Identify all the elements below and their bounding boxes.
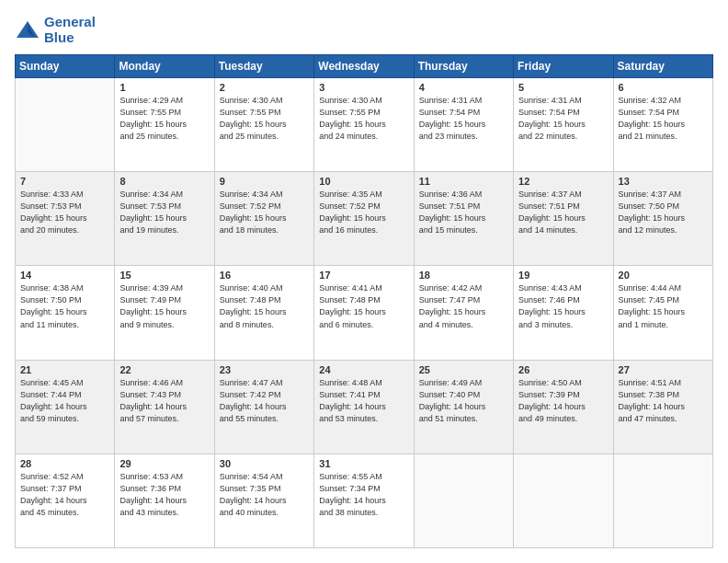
day-number: 4 bbox=[419, 82, 508, 93]
day-info: Sunrise: 4:54 AMSunset: 7:35 PMDaylight:… bbox=[220, 471, 309, 519]
header-cell-friday: Friday bbox=[514, 55, 613, 78]
day-cell: 8Sunrise: 4:34 AMSunset: 7:53 PMDaylight… bbox=[115, 172, 214, 266]
day-info: Sunrise: 4:31 AMSunset: 7:54 PMDaylight:… bbox=[419, 95, 508, 143]
day-number: 25 bbox=[419, 364, 508, 375]
day-info: Sunrise: 4:52 AMSunset: 7:37 PMDaylight:… bbox=[20, 471, 109, 519]
day-cell: 20Sunrise: 4:44 AMSunset: 7:45 PMDayligh… bbox=[613, 266, 712, 360]
day-cell: 27Sunrise: 4:51 AMSunset: 7:38 PMDayligh… bbox=[613, 360, 712, 454]
day-info: Sunrise: 4:33 AMSunset: 7:53 PMDaylight:… bbox=[20, 189, 109, 236]
day-cell: 7Sunrise: 4:33 AMSunset: 7:53 PMDaylight… bbox=[16, 172, 115, 266]
day-number: 30 bbox=[220, 458, 309, 469]
day-cell bbox=[613, 454, 712, 547]
day-cell: 23Sunrise: 4:47 AMSunset: 7:42 PMDayligh… bbox=[214, 360, 313, 454]
day-cell: 5Sunrise: 4:31 AMSunset: 7:54 PMDaylight… bbox=[514, 78, 613, 172]
day-number: 24 bbox=[319, 364, 408, 375]
week-row-5: 28Sunrise: 4:52 AMSunset: 7:37 PMDayligh… bbox=[16, 454, 713, 547]
day-number: 20 bbox=[619, 270, 708, 281]
day-cell: 29Sunrise: 4:53 AMSunset: 7:36 PMDayligh… bbox=[115, 454, 214, 547]
day-number: 27 bbox=[619, 364, 708, 375]
day-number: 16 bbox=[220, 270, 309, 281]
day-cell: 14Sunrise: 4:38 AMSunset: 7:50 PMDayligh… bbox=[16, 266, 115, 360]
day-info: Sunrise: 4:30 AMSunset: 7:55 PMDaylight:… bbox=[319, 95, 408, 143]
day-info: Sunrise: 4:41 AMSunset: 7:48 PMDaylight:… bbox=[319, 282, 408, 330]
day-info: Sunrise: 4:45 AMSunset: 7:44 PMDaylight:… bbox=[20, 377, 109, 425]
day-info: Sunrise: 4:30 AMSunset: 7:55 PMDaylight:… bbox=[220, 95, 309, 143]
header: General Blue bbox=[15, 15, 713, 45]
day-number: 1 bbox=[119, 82, 209, 93]
day-info: Sunrise: 4:37 AMSunset: 7:51 PMDaylight:… bbox=[518, 189, 608, 236]
day-cell: 19Sunrise: 4:43 AMSunset: 7:46 PMDayligh… bbox=[514, 266, 613, 360]
day-cell: 1Sunrise: 4:29 AMSunset: 7:55 PMDaylight… bbox=[115, 78, 214, 172]
day-info: Sunrise: 4:49 AMSunset: 7:40 PMDaylight:… bbox=[419, 377, 508, 425]
day-cell: 10Sunrise: 4:35 AMSunset: 7:52 PMDayligh… bbox=[314, 172, 414, 266]
day-number: 22 bbox=[119, 364, 209, 375]
logo-icon bbox=[15, 19, 40, 41]
day-cell: 4Sunrise: 4:31 AMSunset: 7:54 PMDaylight… bbox=[414, 78, 513, 172]
week-row-4: 21Sunrise: 4:45 AMSunset: 7:44 PMDayligh… bbox=[16, 360, 713, 454]
logo: General Blue bbox=[15, 15, 96, 45]
week-row-2: 7Sunrise: 4:33 AMSunset: 7:53 PMDaylight… bbox=[16, 172, 713, 266]
day-info: Sunrise: 4:47 AMSunset: 7:42 PMDaylight:… bbox=[220, 377, 309, 425]
day-info: Sunrise: 4:34 AMSunset: 7:53 PMDaylight:… bbox=[119, 189, 209, 236]
header-cell-monday: Monday bbox=[115, 55, 214, 78]
day-number: 8 bbox=[119, 176, 209, 187]
day-number: 18 bbox=[419, 270, 508, 281]
calendar-table: SundayMondayTuesdayWednesdayThursdayFrid… bbox=[15, 54, 713, 548]
day-info: Sunrise: 4:37 AMSunset: 7:50 PMDaylight:… bbox=[619, 189, 708, 236]
day-cell bbox=[414, 454, 513, 547]
header-cell-thursday: Thursday bbox=[414, 55, 513, 78]
day-info: Sunrise: 4:39 AMSunset: 7:49 PMDaylight:… bbox=[119, 282, 209, 330]
day-info: Sunrise: 4:32 AMSunset: 7:54 PMDaylight:… bbox=[619, 95, 708, 143]
day-cell: 30Sunrise: 4:54 AMSunset: 7:35 PMDayligh… bbox=[214, 454, 313, 547]
day-number: 7 bbox=[20, 176, 109, 187]
day-cell: 13Sunrise: 4:37 AMSunset: 7:50 PMDayligh… bbox=[613, 172, 712, 266]
day-number: 5 bbox=[518, 82, 608, 93]
day-info: Sunrise: 4:34 AMSunset: 7:52 PMDaylight:… bbox=[220, 189, 309, 236]
day-number: 12 bbox=[518, 176, 608, 187]
header-cell-wednesday: Wednesday bbox=[314, 55, 414, 78]
day-info: Sunrise: 4:46 AMSunset: 7:43 PMDaylight:… bbox=[119, 377, 209, 425]
day-cell: 18Sunrise: 4:42 AMSunset: 7:47 PMDayligh… bbox=[414, 266, 513, 360]
day-number: 26 bbox=[518, 364, 608, 375]
day-number: 14 bbox=[20, 270, 109, 281]
day-cell: 15Sunrise: 4:39 AMSunset: 7:49 PMDayligh… bbox=[115, 266, 214, 360]
day-number: 11 bbox=[419, 176, 508, 187]
day-number: 3 bbox=[319, 82, 408, 93]
day-cell: 6Sunrise: 4:32 AMSunset: 7:54 PMDaylight… bbox=[613, 78, 712, 172]
day-number: 6 bbox=[619, 82, 708, 93]
day-info: Sunrise: 4:38 AMSunset: 7:50 PMDaylight:… bbox=[20, 282, 109, 330]
header-row: SundayMondayTuesdayWednesdayThursdayFrid… bbox=[16, 55, 713, 78]
day-info: Sunrise: 4:51 AMSunset: 7:38 PMDaylight:… bbox=[619, 377, 708, 425]
day-cell: 22Sunrise: 4:46 AMSunset: 7:43 PMDayligh… bbox=[115, 360, 214, 454]
day-cell: 25Sunrise: 4:49 AMSunset: 7:40 PMDayligh… bbox=[414, 360, 513, 454]
day-cell: 16Sunrise: 4:40 AMSunset: 7:48 PMDayligh… bbox=[214, 266, 313, 360]
day-cell bbox=[514, 454, 613, 547]
day-number: 10 bbox=[319, 176, 408, 187]
day-info: Sunrise: 4:43 AMSunset: 7:46 PMDaylight:… bbox=[518, 282, 608, 330]
day-info: Sunrise: 4:36 AMSunset: 7:51 PMDaylight:… bbox=[419, 189, 508, 236]
day-info: Sunrise: 4:53 AMSunset: 7:36 PMDaylight:… bbox=[119, 471, 209, 519]
page: General Blue SundayMondayTuesdayWednesda… bbox=[0, 0, 728, 563]
day-cell: 26Sunrise: 4:50 AMSunset: 7:39 PMDayligh… bbox=[514, 360, 613, 454]
day-number: 15 bbox=[119, 270, 209, 281]
day-number: 23 bbox=[220, 364, 309, 375]
day-info: Sunrise: 4:35 AMSunset: 7:52 PMDaylight:… bbox=[319, 189, 408, 236]
day-info: Sunrise: 4:29 AMSunset: 7:55 PMDaylight:… bbox=[119, 95, 209, 143]
day-cell: 21Sunrise: 4:45 AMSunset: 7:44 PMDayligh… bbox=[16, 360, 115, 454]
day-cell: 12Sunrise: 4:37 AMSunset: 7:51 PMDayligh… bbox=[514, 172, 613, 266]
day-info: Sunrise: 4:40 AMSunset: 7:48 PMDaylight:… bbox=[220, 282, 309, 330]
day-cell: 11Sunrise: 4:36 AMSunset: 7:51 PMDayligh… bbox=[414, 172, 513, 266]
day-number: 31 bbox=[319, 458, 408, 469]
day-info: Sunrise: 4:48 AMSunset: 7:41 PMDaylight:… bbox=[319, 377, 408, 425]
day-number: 29 bbox=[119, 458, 209, 469]
day-number: 17 bbox=[319, 270, 408, 281]
day-cell: 24Sunrise: 4:48 AMSunset: 7:41 PMDayligh… bbox=[314, 360, 414, 454]
header-cell-tuesday: Tuesday bbox=[214, 55, 313, 78]
day-number: 2 bbox=[220, 82, 309, 93]
day-info: Sunrise: 4:50 AMSunset: 7:39 PMDaylight:… bbox=[518, 377, 608, 425]
day-number: 13 bbox=[619, 176, 708, 187]
day-info: Sunrise: 4:31 AMSunset: 7:54 PMDaylight:… bbox=[518, 95, 608, 143]
day-cell: 28Sunrise: 4:52 AMSunset: 7:37 PMDayligh… bbox=[16, 454, 115, 547]
header-cell-sunday: Sunday bbox=[16, 55, 115, 78]
day-cell: 3Sunrise: 4:30 AMSunset: 7:55 PMDaylight… bbox=[314, 78, 414, 172]
